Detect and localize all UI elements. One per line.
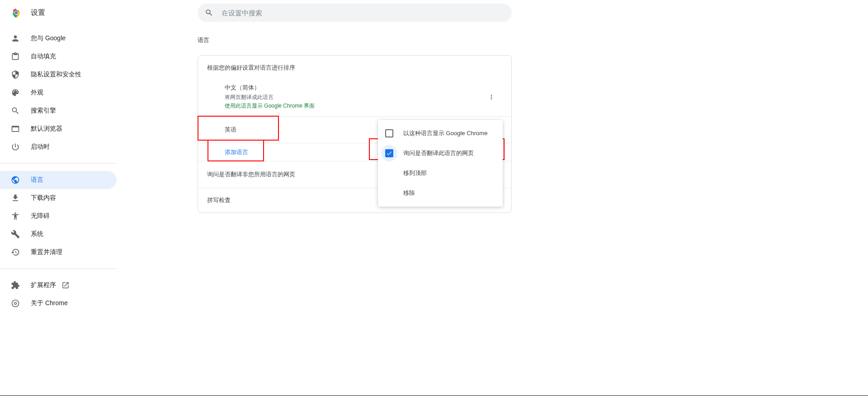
search-container[interactable] [198,4,512,22]
more-vert-icon [488,94,495,101]
popup-ask-translate[interactable]: 询问是否翻译此语言的网页 [378,143,503,163]
language-name: 中文（简体） [225,84,502,92]
sidebar-item-label: 系统 [31,230,43,238]
sidebar-item-default-browser[interactable]: 默认浏览器 [0,120,117,138]
sidebar-item-label: 扩展程序 [31,281,56,289]
clipboard-icon [11,52,20,61]
sidebar-item-label: 您与 Google [31,34,66,42]
sidebar-item-label: 下载内容 [31,194,56,202]
popup-item-label: 以这种语言显示 Google Chrome [403,129,487,137]
section-title: 语言 [198,36,512,44]
checkbox-checked-icon[interactable] [385,149,393,157]
sidebar-item-startup[interactable]: 启动时 [0,138,117,156]
checkbox-unchecked-icon[interactable] [385,129,393,137]
person-icon [11,34,20,43]
wrench-icon [11,230,20,239]
language-row-primary: 中文（简体） 将网页翻译成此语言 使用此语言显示 Google Chrome 界… [198,78,511,116]
ask-translate-label: 询问是否翻译非您所用语言的网页 [207,171,295,178]
sidebar-item-accessibility[interactable]: 无障碍 [0,207,117,225]
browser-icon [11,124,20,133]
search-input[interactable] [222,9,505,17]
search-icon [205,8,213,17]
sidebar-item-label: 关于 Chrome [31,299,68,307]
sidebar-item-appearance[interactable]: 外观 [0,84,117,102]
sidebar-item-autofill[interactable]: 自动填充 [0,47,117,66]
sidebar-item-system[interactable]: 系统 [0,225,117,243]
sidebar-separator [0,163,117,164]
language-subtext-translate: 将网页翻译成此语言 [225,94,502,101]
sidebar-item-you-google[interactable]: 您与 Google [0,29,117,47]
sidebar-item-label: 默认浏览器 [31,125,62,133]
download-icon [11,193,20,203]
globe-icon [11,175,20,184]
sidebar-separator [0,269,117,269]
chrome-outline-icon [11,299,20,308]
popup-display-chrome[interactable]: 以这种语言显示 Google Chrome [378,123,503,143]
sidebar-item-label: 自动填充 [31,52,56,61]
svg-point-2 [15,11,18,14]
sidebar-item-reset[interactable]: 重置并清理 [0,243,117,261]
sidebar-item-label: 外观 [31,89,43,97]
accessibility-icon [11,212,20,221]
popup-item-label: 询问是否翻译此语言的网页 [403,149,474,157]
open-external-icon [61,281,70,289]
logo-title-group: 设置 [7,7,45,18]
popup-item-label: 移除 [403,189,415,197]
power-icon [11,142,20,151]
language-options-popup: 以这种语言显示 Google Chrome 询问是否翻译此语言的网页 移到顶部 … [378,120,503,207]
search-icon [11,106,20,115]
more-options-button[interactable] [484,90,499,104]
sidebar-item-about[interactable]: 关于 Chrome [0,294,117,312]
sidebar-item-downloads[interactable]: 下载内容 [0,189,117,207]
spellcheck-label: 拼写检查 [207,197,231,203]
popup-remove[interactable]: 移除 [378,183,503,203]
shield-icon [11,70,20,79]
top-bar: 设置 [0,0,868,25]
sidebar-item-label: 搜索引擎 [31,107,56,115]
extension-icon [11,281,20,290]
language-subtext-display: 使用此语言显示 Google Chrome 界面 [225,102,502,110]
sidebar-item-search-engine[interactable]: 搜索引擎 [0,102,117,120]
restore-icon [11,248,20,257]
sidebar-item-label: 隐私设置和安全性 [31,71,81,79]
language-name: 英语 [225,126,236,133]
sidebar-item-language[interactable]: 语言 [0,171,117,189]
sidebar-item-extensions[interactable]: 扩展程序 [0,276,117,294]
sidebar-item-label: 无障碍 [31,212,50,220]
sidebar: 您与 Google 自动填充 隐私设置和安全性 外观 搜索引擎 默认浏览器 启动… [0,29,117,312]
chrome-logo-icon [11,7,22,18]
card-order-description: 根据您的偏好设置对语言进行排序 [198,56,511,78]
sidebar-item-privacy[interactable]: 隐私设置和安全性 [0,66,117,84]
page-title: 设置 [31,8,45,18]
sidebar-item-label: 语言 [31,176,43,184]
sidebar-item-label: 启动时 [31,143,50,151]
palette-icon [11,88,20,97]
popup-item-label: 移到顶部 [403,169,427,177]
checkmark-icon [386,150,392,156]
popup-move-top[interactable]: 移到顶部 [378,163,503,183]
sidebar-item-label: 重置并清理 [31,248,62,256]
add-language-link[interactable]: 添加语言 [225,149,248,156]
